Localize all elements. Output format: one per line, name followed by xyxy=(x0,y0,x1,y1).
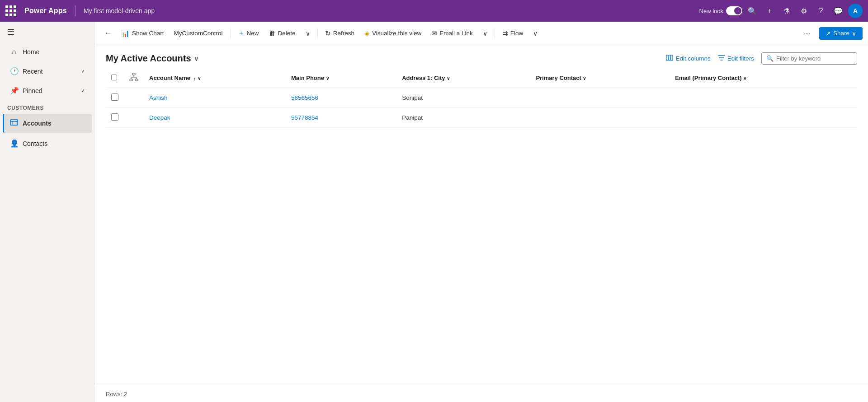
dropdown-chevron-icon: ∨ xyxy=(306,30,310,37)
svg-rect-3 xyxy=(666,55,668,61)
back-button[interactable]: ← xyxy=(100,27,116,40)
edit-columns-label: Edit columns xyxy=(675,55,710,62)
edit-filters-icon xyxy=(718,54,725,63)
edit-filters-button[interactable]: Edit filters xyxy=(718,54,754,63)
search-button[interactable]: 🔍 xyxy=(745,4,760,18)
view-title: My Active Accounts ∨ xyxy=(106,53,198,64)
filter-search-box[interactable]: 🔍 xyxy=(761,52,857,65)
custom-control-button[interactable]: MyCustomControl xyxy=(170,27,227,39)
new-look-toggle[interactable] xyxy=(726,6,742,15)
contact-chevron-icon: ∨ xyxy=(583,76,586,81)
view-title-chevron-icon[interactable]: ∨ xyxy=(194,55,198,62)
flow-label: Flow xyxy=(510,30,524,37)
col-primary-contact[interactable]: Primary Contact ∨ xyxy=(530,68,670,88)
flow-icon: ⇉ xyxy=(502,29,508,37)
settings-button[interactable]: ⚙ xyxy=(797,4,811,18)
row-primary-contact xyxy=(530,88,670,108)
email-button[interactable]: ✉ Email a Link xyxy=(427,27,477,40)
dropdown-button[interactable]: ∨ xyxy=(301,27,315,40)
hamburger-icon[interactable]: ☰ xyxy=(0,22,94,42)
select-all-checkbox[interactable] xyxy=(111,75,117,80)
flow-button[interactable]: ⇉ Flow xyxy=(498,27,528,40)
show-chart-button[interactable]: 📊 Show Chart xyxy=(117,27,169,40)
row-address-city: Panipat xyxy=(396,108,530,128)
flow-dropdown-button[interactable]: ∨ xyxy=(528,27,542,40)
new-label: New xyxy=(247,30,259,37)
sidebar-item-home[interactable]: ⌂ Home xyxy=(3,43,92,61)
recent-label: Recent xyxy=(23,68,42,75)
row-checkbox-0[interactable] xyxy=(111,93,118,101)
filter-search-icon: 🔍 xyxy=(766,55,774,62)
accounts-label: Accounts xyxy=(23,120,52,127)
pinned-icon: 📌 xyxy=(10,86,18,95)
col-main-phone[interactable]: Main Phone ∨ xyxy=(286,68,396,88)
edit-columns-button[interactable]: Edit columns xyxy=(666,54,710,63)
email-label: Email a Link xyxy=(439,30,473,37)
customers-section: Customers xyxy=(0,100,94,113)
table-area: Account Name ↑ ∨ Main Phone ∨ Address 1:… xyxy=(95,68,868,386)
col-account-name[interactable]: Account Name ↑ ∨ xyxy=(144,68,286,88)
view-title-text: My Active Accounts xyxy=(106,53,191,64)
filter-search-input[interactable] xyxy=(776,55,852,62)
feedback-button[interactable]: 💬 xyxy=(831,4,845,18)
sidebar-item-pinned[interactable]: 📌 Pinned ∨ xyxy=(3,82,92,99)
accounts-table: Account Name ↑ ∨ Main Phone ∨ Address 1:… xyxy=(106,68,857,128)
pinned-label: Pinned xyxy=(23,87,42,94)
col-email-primary[interactable]: Email (Primary Contact) ∨ xyxy=(670,68,857,88)
col-chevron-icon: ∨ xyxy=(198,76,201,81)
share-chevron-icon: ∨ xyxy=(852,30,856,37)
sidebar-item-recent[interactable]: 🕐 Recent ∨ xyxy=(3,62,92,80)
delete-button[interactable]: 🗑 Delete xyxy=(264,27,300,40)
toolbar: ← 📊 Show Chart MyCustomControl ＋ New 🗑 D… xyxy=(95,22,868,45)
flow-chevron-icon: ∨ xyxy=(533,30,538,37)
row-main-phone: 55778854 xyxy=(286,108,396,128)
phone-link[interactable]: 56565656 xyxy=(291,94,318,101)
sidebar: ☰ ⌂ Home 🕐 Recent ∨ 📌 Pinned ∨ Customers xyxy=(0,22,95,402)
show-chart-label: Show Chart xyxy=(132,30,164,37)
edit-columns-icon xyxy=(666,54,673,63)
row-primary-contact xyxy=(530,108,670,128)
row-hierarchy-cell xyxy=(124,108,144,128)
nav-divider xyxy=(75,5,75,16)
view-header-actions: Edit columns Edit filters 🔍 xyxy=(666,52,857,65)
account-name-link[interactable]: Deepak xyxy=(149,114,170,121)
contacts-label: Contacts xyxy=(23,140,47,147)
visualize-button[interactable]: ◈ Visualize this view xyxy=(360,27,426,40)
refresh-label: Refresh xyxy=(333,30,354,37)
account-name-link[interactable]: Ashish xyxy=(149,94,168,101)
row-count: Rows: 2 xyxy=(106,391,127,397)
custom-control-label: MyCustomControl xyxy=(174,30,223,37)
avatar[interactable]: A xyxy=(848,4,863,18)
sidebar-item-accounts[interactable]: Accounts xyxy=(3,114,92,133)
svg-rect-7 xyxy=(130,79,132,81)
phone-link[interactable]: 55778854 xyxy=(291,114,318,121)
row-address-city: Sonipat xyxy=(396,88,530,108)
email-chevron-icon: ∨ xyxy=(483,30,487,37)
share-button[interactable]: ↗ Share ∨ xyxy=(819,27,863,40)
waffle-icon[interactable] xyxy=(5,5,16,16)
contacts-icon: 👤 xyxy=(10,139,18,148)
col-address-city[interactable]: Address 1: City ∨ xyxy=(396,68,530,88)
email-dropdown-button[interactable]: ∨ xyxy=(478,27,492,40)
new-look-label: New look xyxy=(699,8,723,14)
more-options-button[interactable]: ⋯ xyxy=(799,27,815,40)
help-button[interactable]: ? xyxy=(814,4,828,18)
new-button[interactable]: ＋ New xyxy=(233,26,264,40)
svg-rect-0 xyxy=(10,120,18,125)
col-select-all[interactable] xyxy=(106,68,124,88)
phone-chevron-icon: ∨ xyxy=(326,76,329,81)
row-checkbox-1[interactable] xyxy=(111,113,118,121)
col-hierarchy[interactable] xyxy=(124,68,144,88)
home-icon: ⌂ xyxy=(10,48,18,56)
row-email-primary xyxy=(670,108,857,128)
row-checkbox-cell xyxy=(106,108,124,128)
row-account-name: Ashish xyxy=(144,88,286,108)
refresh-button[interactable]: ↻ Refresh xyxy=(321,27,359,40)
row-account-name: Deepak xyxy=(144,108,286,128)
view-header: My Active Accounts ∨ Edit columns Edit f… xyxy=(95,45,868,68)
table-footer: Rows: 2 xyxy=(95,386,868,402)
filter-button[interactable]: ⚗ xyxy=(779,4,794,18)
sidebar-item-contacts[interactable]: 👤 Contacts xyxy=(3,135,92,152)
add-button[interactable]: ＋ xyxy=(762,4,777,18)
main-content: ← 📊 Show Chart MyCustomControl ＋ New 🗑 D… xyxy=(95,22,868,402)
